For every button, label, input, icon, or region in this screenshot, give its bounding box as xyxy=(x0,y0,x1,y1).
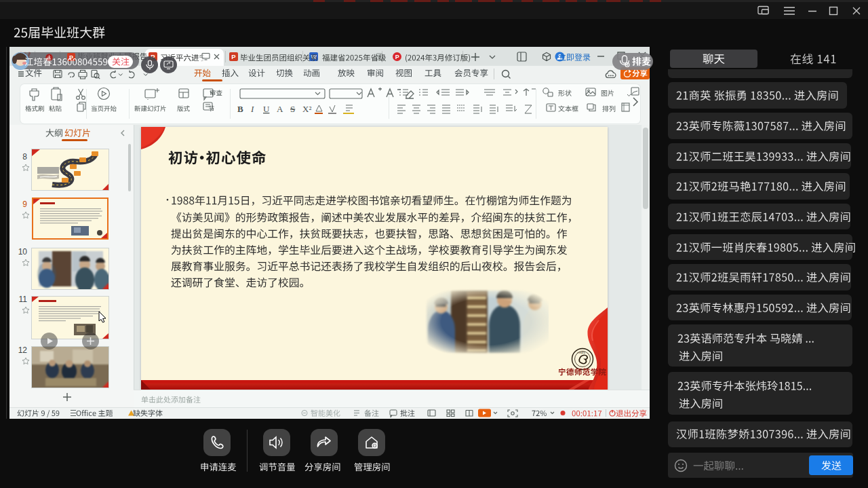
svg-text:B: B xyxy=(237,104,243,114)
svg-text:U: U xyxy=(263,104,270,114)
svg-text:S: S xyxy=(290,104,295,114)
svg-text:P: P xyxy=(395,54,399,60)
svg-text:宁德师范: 宁德师范 xyxy=(577,352,585,354)
svg-text:I: I xyxy=(250,104,254,114)
svg-text:X²: X² xyxy=(302,104,311,114)
svg-text:A: A xyxy=(277,104,283,114)
svg-text:P: P xyxy=(231,53,236,60)
